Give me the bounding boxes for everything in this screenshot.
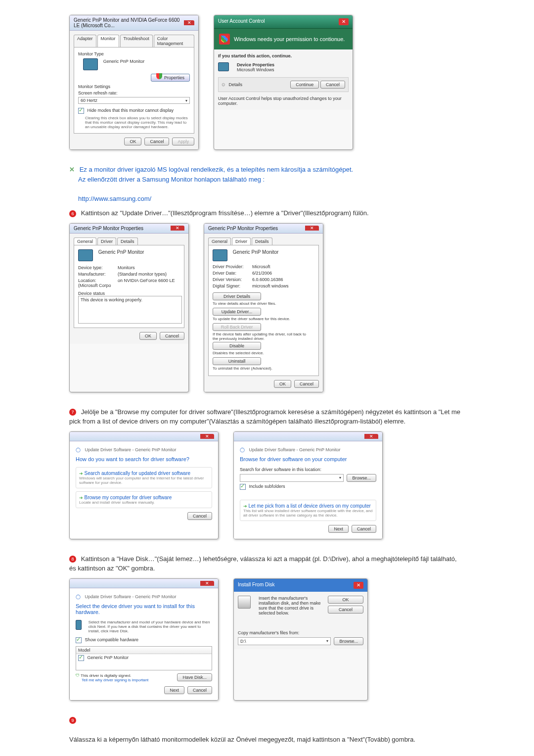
copy-label: Copy manufacturer's files from: (238, 630, 363, 635)
titlebar: Generic PnP Monitor Properties ✕ (70, 224, 188, 234)
update-wizard-browse: ✕ ◯ Update Driver Software - Generic PnP… (233, 431, 383, 539)
apply-button[interactable]: Apply (172, 138, 194, 145)
update-wizard-select-driver: ✕ ◯ Update Driver Software - Generic PnP… (69, 578, 219, 701)
uac-dialog: User Account Control ✕ Windows needs you… (214, 15, 353, 150)
titlebar: Generic PnP Monitor Properties ✕ (204, 224, 323, 234)
hide-modes-label: Hide modes that this monitor cannot disp… (88, 108, 174, 113)
model-item[interactable]: Generic PnP Monitor (88, 655, 129, 660)
close-icon[interactable]: ✕ (354, 582, 363, 589)
ok-button[interactable]: OK (274, 380, 291, 388)
properties-button[interactable]: Properties (151, 74, 190, 82)
cancel-button[interactable]: Cancel (328, 606, 363, 614)
device-header: Generic PnP Monitor (98, 249, 144, 255)
disable-button[interactable]: Disable (213, 342, 261, 350)
tab-driver[interactable]: Driver (232, 237, 251, 245)
close-icon[interactable]: ✕ (339, 18, 349, 25)
tab-troubleshoot[interactable]: Troubleshoot (120, 35, 153, 47)
include-sub-checkbox[interactable] (240, 484, 246, 490)
tab-details[interactable]: Details (252, 237, 272, 245)
details-label[interactable]: Details (229, 82, 243, 87)
wizard-title: Select the device driver you want to ins… (76, 603, 212, 615)
chevron-down-icon: ▾ (326, 639, 328, 643)
shield-icon (156, 73, 162, 79)
section-monitor-type: Monitor Type (78, 51, 190, 56)
cancel-button[interactable]: Cancel (160, 332, 184, 340)
titlebar: Generic PnP Monitor and NVIDIA GeForce 6… (70, 15, 198, 31)
breadcrumb: Update Driver Software - Generic PnP Mon… (249, 447, 341, 452)
ok-button[interactable]: OK (328, 596, 363, 604)
monitor-icon (213, 249, 227, 261)
browse-button[interactable]: Browse... (334, 637, 363, 645)
status-title: Device status (78, 291, 180, 296)
cancel-button[interactable]: Cancel (187, 686, 212, 694)
tab-driver[interactable]: Driver (97, 237, 116, 245)
hide-modes-checkbox[interactable] (78, 108, 84, 114)
uac-msw: Microsoft Windows (237, 67, 274, 72)
cancel-button[interactable]: Cancel (352, 525, 376, 533)
include-sub-label: Include subfolders (249, 484, 285, 489)
driver-details-button[interactable]: Driver Details (213, 292, 261, 300)
next-button[interactable]: Next (164, 686, 184, 694)
chevron-down-icon: ▾ (339, 475, 341, 480)
properties-driver-dialog: Generic PnP Monitor Properties ✕ General… (204, 223, 323, 392)
refresh-rate-label: Screen refresh rate: (78, 91, 190, 95)
chevron-down-icon[interactable]: ⊙ (222, 82, 225, 87)
cancel-button[interactable]: Cancel (294, 380, 319, 388)
ok-button[interactable]: OK (139, 332, 157, 340)
close-icon[interactable]: ✕ (200, 581, 214, 586)
option-browse[interactable]: ➔ Browse my computer for driver software… (76, 491, 212, 508)
close-icon[interactable]: ✕ (184, 20, 194, 25)
step-number: 6 (69, 210, 76, 217)
signed-icon: 🛡 (76, 673, 80, 678)
update-driver-button[interactable]: Update Driver... (213, 308, 261, 316)
next-button[interactable]: Next (328, 525, 349, 533)
step-6: 6 Kattintson az "Update Driver…"(Illeszt… (69, 208, 465, 218)
window-title: Generic PnP Monitor and NVIDIA GeForce 6… (74, 17, 184, 28)
step-number: 7 (69, 409, 76, 416)
option-auto-search[interactable]: ➔ Search automatically for updated drive… (76, 467, 212, 488)
refresh-rate-combo[interactable]: 60 Hertz▾ (78, 97, 190, 104)
properties-general-dialog: Generic PnP Monitor Properties ✕ General… (69, 223, 189, 392)
tab-details[interactable]: Details (117, 237, 138, 245)
uninstall-button[interactable]: Uninstall (213, 357, 261, 365)
section-monitor-settings: Monitor Settings (78, 84, 190, 89)
location-combo[interactable]: ▾ (240, 474, 344, 482)
uac-banner: Windows needs your permission to contion… (214, 29, 353, 49)
have-disk-button[interactable]: Have Disk... (177, 673, 212, 681)
step-number: 9 (69, 717, 76, 724)
show-compat-checkbox[interactable] (76, 637, 82, 643)
close-icon[interactable]: ✕ (200, 434, 214, 439)
breadcrumb: Update Driver Software - Generic PnP Mon… (85, 594, 177, 599)
rollback-button[interactable]: Roll Back Driver (213, 323, 261, 331)
tab-general[interactable]: General (74, 237, 96, 245)
ok-button[interactable]: OK (124, 138, 141, 145)
tab-adapter[interactable]: Adapter (74, 35, 96, 47)
tab-color[interactable]: Color Management (154, 35, 194, 47)
tab-general[interactable]: General (208, 237, 231, 245)
back-icon[interactable]: ◯ (76, 447, 81, 452)
monitor-name: Generic PnP Monitor (103, 59, 144, 64)
continue-button[interactable]: Continue (290, 81, 319, 89)
tab-monitor[interactable]: Monitor (97, 35, 119, 47)
back-icon[interactable]: ◯ (76, 594, 81, 599)
browse-button[interactable]: Browse... (347, 474, 376, 482)
path-combo[interactable]: D:\▾ (238, 637, 331, 645)
option-pick-from-list[interactable]: ➔ Let me pick from a list of device driv… (240, 500, 376, 521)
wizard-title: How do you want to search for driver sof… (76, 456, 212, 462)
step-8: 8 Kattintson a "Have Disk…"(Saját lemez…… (69, 554, 465, 573)
samsung-link[interactable]: http://www.samsung.com/ (78, 195, 151, 202)
close-icon[interactable]: ✕ (305, 226, 319, 231)
back-icon[interactable]: ◯ (240, 447, 245, 452)
chevron-down-icon: ▾ (185, 98, 187, 103)
model-checkbox[interactable] (78, 655, 84, 661)
cancel-button[interactable]: Cancel (144, 138, 169, 145)
tellme-link[interactable]: Tell me why driver signing is important (82, 678, 148, 682)
uac-device-props: Device Properties (237, 62, 274, 67)
close-icon[interactable]: ✕ (171, 226, 184, 231)
cancel-button[interactable]: Cancel (187, 512, 212, 520)
show-compat-label: Show compatible hardware (85, 637, 139, 642)
wizard-title: Browse for driver software on your compu… (240, 456, 376, 462)
info-text: ✕ Ez a monitor driver igazoló MS logóval… (69, 165, 465, 203)
cancel-button[interactable]: Cancel (320, 81, 345, 89)
close-icon[interactable]: ✕ (364, 434, 378, 439)
